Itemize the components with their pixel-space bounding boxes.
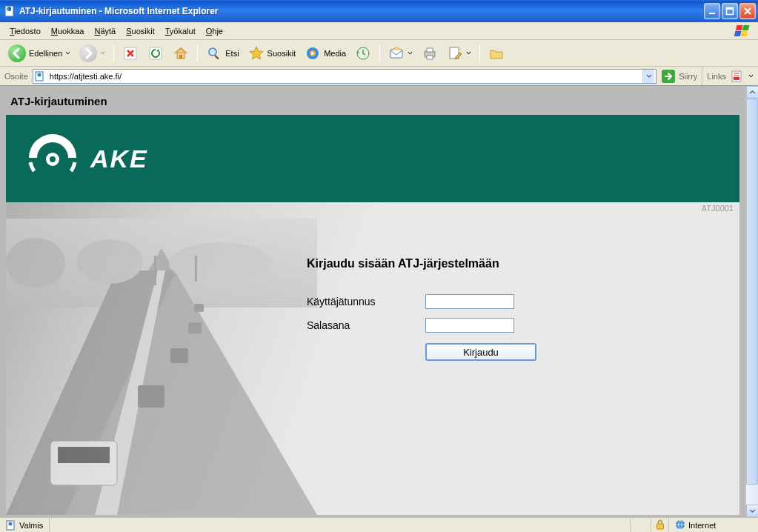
svg-rect-33 bbox=[138, 385, 164, 408]
login-form: Kirjaudu sisään ATJ-järjestelmään Käyttä… bbox=[307, 257, 536, 361]
history-icon bbox=[355, 45, 371, 61]
media-icon bbox=[305, 45, 321, 61]
menu-bar: Tiedosto Muokkaa Näytä Suosikit Työkalut… bbox=[0, 22, 758, 40]
go-arrow-icon bbox=[661, 69, 676, 84]
window-maximize-button[interactable] bbox=[722, 3, 738, 19]
svg-rect-14 bbox=[214, 55, 219, 60]
window-close-button[interactable] bbox=[739, 3, 756, 19]
svg-rect-20 bbox=[427, 48, 433, 52]
toolbar-search-label: Etsi bbox=[225, 49, 239, 58]
mail-icon bbox=[388, 45, 405, 61]
ie-page-icon bbox=[6, 520, 16, 531]
svg-rect-6 bbox=[742, 25, 750, 30]
vertical-scrollbar[interactable] bbox=[745, 86, 758, 517]
toolbar-media-label: Media bbox=[324, 49, 346, 58]
status-empty-cell bbox=[631, 518, 651, 532]
address-bar: Osoite Siirry Links bbox=[0, 67, 758, 86]
dropdown-caret-icon bbox=[408, 50, 413, 56]
scrollbar-thumb[interactable] bbox=[746, 99, 758, 485]
ie-favicon-icon bbox=[35, 71, 45, 82]
window-minimize-button[interactable] bbox=[704, 3, 720, 19]
address-label: Osoite bbox=[4, 72, 28, 81]
refresh-icon bbox=[147, 45, 164, 61]
toolbar: Edellinen Etsi Suosikit Media bbox=[0, 40, 758, 67]
menu-nayta[interactable]: Näytä bbox=[89, 25, 121, 37]
menu-ohje[interactable]: Ohje bbox=[201, 25, 228, 37]
toolbar-media-button[interactable]: Media bbox=[301, 43, 350, 64]
login-heading: Kirjaudu sisään ATJ-järjestelmään bbox=[307, 257, 536, 270]
status-zone-text: Internet bbox=[688, 521, 716, 530]
links-label[interactable]: Links bbox=[707, 72, 726, 81]
username-input[interactable] bbox=[425, 294, 514, 309]
windows-flag-icon bbox=[734, 24, 755, 39]
scrollbar-track[interactable] bbox=[746, 99, 758, 505]
toolbar-search-button[interactable]: Etsi bbox=[202, 43, 242, 64]
svg-point-24 bbox=[37, 73, 41, 76]
svg-point-29 bbox=[50, 156, 56, 162]
svg-point-38 bbox=[76, 239, 143, 284]
toolbar-favorites-button[interactable]: Suosikit bbox=[245, 43, 300, 64]
pdf-icon[interactable] bbox=[731, 70, 744, 83]
home-icon bbox=[173, 45, 189, 61]
svg-point-13 bbox=[209, 48, 216, 56]
address-url-input[interactable] bbox=[48, 70, 639, 82]
toolbar-mail-button[interactable] bbox=[385, 43, 416, 64]
dropdown-caret-icon bbox=[100, 50, 105, 56]
svg-rect-2 bbox=[709, 13, 715, 14]
ake-logo: AKE bbox=[25, 130, 148, 187]
window-title: ATJ-kirjautuminen - Microsoft Internet E… bbox=[19, 6, 218, 16]
stop-icon bbox=[122, 45, 139, 61]
links-section: Links bbox=[702, 67, 754, 85]
status-ready-text: Valmis bbox=[19, 521, 43, 530]
highway-background-image bbox=[6, 219, 317, 515]
toolbar-folder-button[interactable] bbox=[485, 43, 508, 64]
scroll-down-button[interactable] bbox=[746, 505, 758, 517]
menu-muokkaa[interactable]: Muokkaa bbox=[46, 25, 90, 37]
toolbar-separator bbox=[479, 44, 480, 62]
svg-rect-21 bbox=[427, 56, 433, 59]
dropdown-caret-icon bbox=[748, 73, 754, 79]
toolbar-print-button[interactable] bbox=[418, 43, 442, 64]
toolbar-forward-button[interactable] bbox=[76, 42, 109, 64]
svg-rect-27 bbox=[734, 77, 739, 80]
password-input[interactable] bbox=[425, 318, 514, 333]
address-url-box[interactable] bbox=[33, 69, 656, 84]
toolbar-separator bbox=[113, 44, 114, 62]
page-code: ATJ0001 bbox=[702, 204, 734, 213]
svg-rect-32 bbox=[58, 447, 110, 463]
page-body-box: AKE ATJ0001 bbox=[6, 115, 739, 515]
toolbar-back-button[interactable]: Edellinen bbox=[4, 42, 74, 64]
internet-zone-icon bbox=[675, 519, 685, 531]
toolbar-history-button[interactable] bbox=[351, 43, 375, 64]
toolbar-stop-button[interactable] bbox=[119, 43, 142, 64]
menu-tyokalut[interactable]: Työkalut bbox=[160, 25, 201, 37]
address-dropdown-button[interactable] bbox=[642, 70, 654, 83]
svg-rect-8 bbox=[741, 31, 748, 36]
address-go-button[interactable]: Siirry bbox=[661, 69, 697, 84]
status-secure-cell bbox=[651, 518, 669, 532]
toolbar-separator bbox=[197, 44, 198, 62]
toolbar-home-button[interactable] bbox=[169, 43, 193, 64]
ake-logo-icon bbox=[25, 130, 80, 187]
page-heading: ATJ-kirjautuminen bbox=[6, 92, 739, 115]
svg-rect-36 bbox=[194, 304, 204, 312]
toolbar-refresh-button[interactable] bbox=[144, 43, 167, 64]
page-container: ATJ-kirjautuminen bbox=[0, 86, 745, 517]
svg-rect-12 bbox=[179, 55, 182, 59]
lock-icon bbox=[656, 519, 665, 531]
menu-suosikit[interactable]: Suosikit bbox=[121, 25, 160, 37]
page-content: ATJ0001 bbox=[6, 202, 739, 515]
toolbar-edit-button[interactable] bbox=[443, 43, 475, 64]
forward-arrow-icon bbox=[79, 44, 97, 62]
scroll-up-button[interactable] bbox=[746, 86, 758, 99]
status-zone-cell: Internet bbox=[669, 518, 758, 532]
password-label: Salasana bbox=[307, 319, 425, 331]
toolbar-separator bbox=[379, 44, 380, 62]
back-arrow-icon bbox=[8, 44, 26, 62]
dropdown-caret-icon bbox=[466, 50, 471, 56]
menu-tiedosto[interactable]: Tiedosto bbox=[4, 25, 46, 37]
svg-point-39 bbox=[169, 242, 273, 284]
ie-page-icon bbox=[4, 5, 16, 17]
login-submit-button[interactable]: Kirjaudu bbox=[425, 343, 536, 361]
dropdown-caret-icon bbox=[65, 50, 70, 56]
